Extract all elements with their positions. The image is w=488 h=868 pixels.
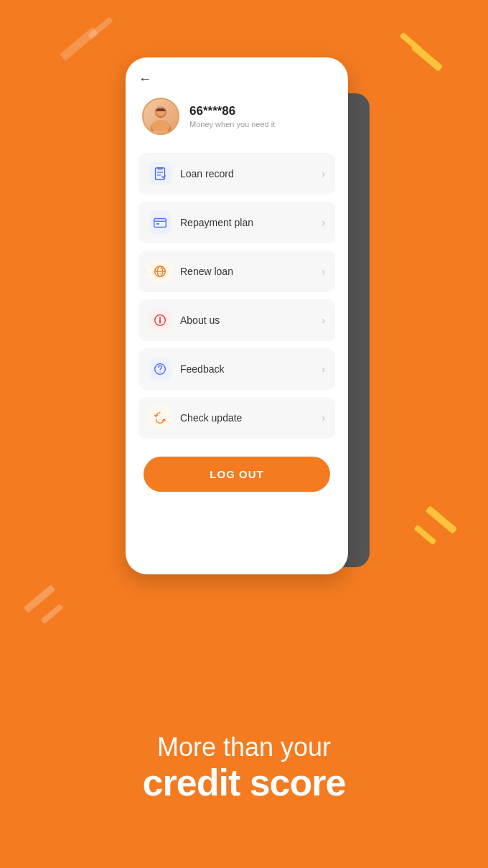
- feedback-arrow: ›: [322, 363, 325, 375]
- repayment-plan-arrow: ›: [322, 217, 325, 228]
- tagline-line1: More than your: [22, 732, 466, 762]
- deco-strip-4: [400, 32, 423, 53]
- username: 66****86: [189, 104, 275, 118]
- user-info: 66****86 Money when you need it: [189, 104, 275, 129]
- deco-strip-8: [41, 604, 64, 625]
- svg-point-3: [151, 120, 170, 131]
- user-tagline: Money when you need it: [189, 120, 275, 129]
- svg-point-11: [159, 371, 160, 372]
- phone-screen: ← 66****86 Money when you need it: [126, 57, 348, 506]
- deco-strip-2: [88, 17, 113, 39]
- menu-list: Loan record › Repayment plan ›: [139, 153, 335, 439]
- svg-rect-5: [154, 219, 166, 228]
- svg-rect-6: [156, 223, 160, 225]
- feedback-label: Feedback: [180, 363, 322, 375]
- question-icon: [149, 358, 172, 381]
- clipboard-icon: [149, 162, 172, 185]
- avatar: [142, 98, 179, 135]
- deco-strip-5: [426, 505, 458, 534]
- phone-mockup: ← 66****86 Money when you need it: [126, 57, 362, 596]
- renew-loan-arrow: ›: [322, 266, 325, 277]
- menu-item-about-us[interactable]: About us ›: [139, 299, 335, 341]
- about-us-arrow: ›: [322, 314, 325, 326]
- card-icon: [149, 211, 172, 234]
- check-update-arrow: ›: [322, 412, 325, 424]
- refresh-icon: [149, 406, 172, 429]
- menu-item-feedback[interactable]: Feedback ›: [139, 348, 335, 390]
- check-update-label: Check update: [180, 412, 322, 424]
- loan-record-label: Loan record: [180, 168, 322, 179]
- loan-record-arrow: ›: [322, 168, 325, 179]
- deco-strip-6: [414, 525, 437, 546]
- info-icon: [149, 309, 172, 332]
- user-header: 66****86 Money when you need it: [139, 98, 335, 135]
- about-us-label: About us: [180, 314, 322, 326]
- deco-strip-1: [60, 27, 98, 61]
- menu-item-check-update[interactable]: Check update ›: [139, 397, 335, 439]
- menu-item-loan-record[interactable]: Loan record ›: [139, 153, 335, 195]
- menu-item-renew-loan[interactable]: Renew loan ›: [139, 251, 335, 292]
- repayment-plan-label: Repayment plan: [180, 217, 322, 228]
- deco-strip-7: [24, 584, 56, 613]
- phone-body: ← 66****86 Money when you need it: [126, 57, 348, 574]
- tagline-line2: credit score: [22, 762, 466, 803]
- menu-item-repayment-plan[interactable]: Repayment plan ›: [139, 202, 335, 243]
- renew-loan-label: Renew loan: [180, 266, 322, 277]
- logout-button[interactable]: LOG OUT: [144, 457, 330, 492]
- globe-icon: [149, 260, 172, 283]
- deco-strip-3: [411, 43, 444, 72]
- bottom-text: More than your credit score: [0, 732, 488, 803]
- back-button[interactable]: ←: [139, 72, 151, 87]
